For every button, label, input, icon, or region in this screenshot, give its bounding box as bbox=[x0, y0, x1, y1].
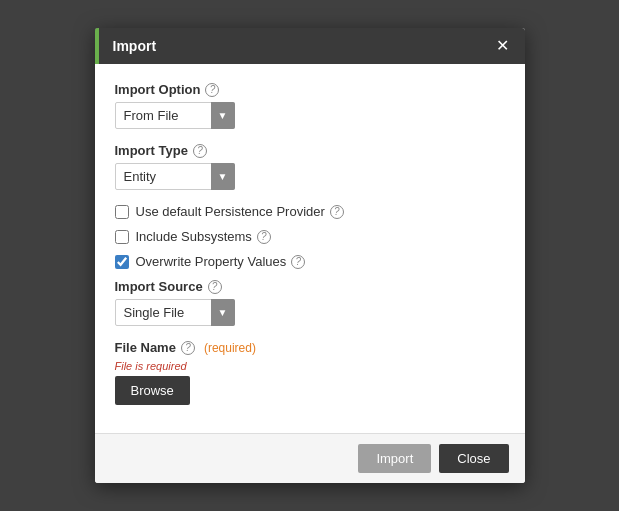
file-name-required: (required) bbox=[204, 341, 256, 355]
include-subsystems-checkbox[interactable] bbox=[115, 230, 129, 244]
import-type-label: Import Type ? bbox=[115, 143, 505, 158]
file-required-error: File is required bbox=[115, 360, 505, 372]
import-button[interactable]: Import bbox=[358, 444, 431, 473]
import-source-select[interactable]: Single File Multiple Files bbox=[115, 299, 235, 326]
import-option-help-icon[interactable]: ? bbox=[205, 83, 219, 97]
overwrite-property-checkbox[interactable] bbox=[115, 255, 129, 269]
import-option-label: Import Option ? bbox=[115, 82, 505, 97]
import-type-group: Import Type ? Entity Package Template bbox=[115, 143, 505, 190]
use-default-help-icon[interactable]: ? bbox=[330, 205, 344, 219]
include-subsystems-label[interactable]: Include Subsystems ? bbox=[136, 229, 271, 244]
file-name-group: File Name ? (required) File is required … bbox=[115, 340, 505, 405]
overwrite-property-help-icon[interactable]: ? bbox=[291, 255, 305, 269]
import-dialog: Import ✕ Import Option ? From File From … bbox=[95, 28, 525, 483]
import-source-label: Import Source ? bbox=[115, 279, 505, 294]
import-source-select-wrapper: Single File Multiple Files bbox=[115, 299, 235, 326]
include-subsystems-checkbox-group: Include Subsystems ? bbox=[115, 229, 505, 244]
import-type-select-wrapper: Entity Package Template bbox=[115, 163, 235, 190]
overwrite-property-checkbox-group: Overwrite Property Values ? bbox=[115, 254, 505, 269]
dialog-footer: Import Close bbox=[95, 433, 525, 483]
import-option-select[interactable]: From File From URL bbox=[115, 102, 235, 129]
dialog-title: Import bbox=[113, 38, 157, 54]
import-source-group: Import Source ? Single File Multiple Fil… bbox=[115, 279, 505, 326]
dialog-body: Import Option ? From File From URL Impor… bbox=[95, 64, 525, 433]
use-default-label[interactable]: Use default Persistence Provider ? bbox=[136, 204, 344, 219]
import-option-select-wrapper: From File From URL bbox=[115, 102, 235, 129]
file-name-label: File Name ? (required) bbox=[115, 340, 505, 355]
include-subsystems-help-icon[interactable]: ? bbox=[257, 230, 271, 244]
use-default-checkbox[interactable] bbox=[115, 205, 129, 219]
import-type-select[interactable]: Entity Package Template bbox=[115, 163, 235, 190]
overwrite-property-label[interactable]: Overwrite Property Values ? bbox=[136, 254, 306, 269]
file-name-help-icon[interactable]: ? bbox=[181, 341, 195, 355]
import-option-group: Import Option ? From File From URL bbox=[115, 82, 505, 129]
browse-button[interactable]: Browse bbox=[115, 376, 190, 405]
use-default-checkbox-group: Use default Persistence Provider ? bbox=[115, 204, 505, 219]
import-source-help-icon[interactable]: ? bbox=[208, 280, 222, 294]
dialog-close-button[interactable]: ✕ bbox=[494, 38, 511, 54]
dialog-header: Import ✕ bbox=[95, 28, 525, 64]
close-button[interactable]: Close bbox=[439, 444, 508, 473]
import-type-help-icon[interactable]: ? bbox=[193, 144, 207, 158]
